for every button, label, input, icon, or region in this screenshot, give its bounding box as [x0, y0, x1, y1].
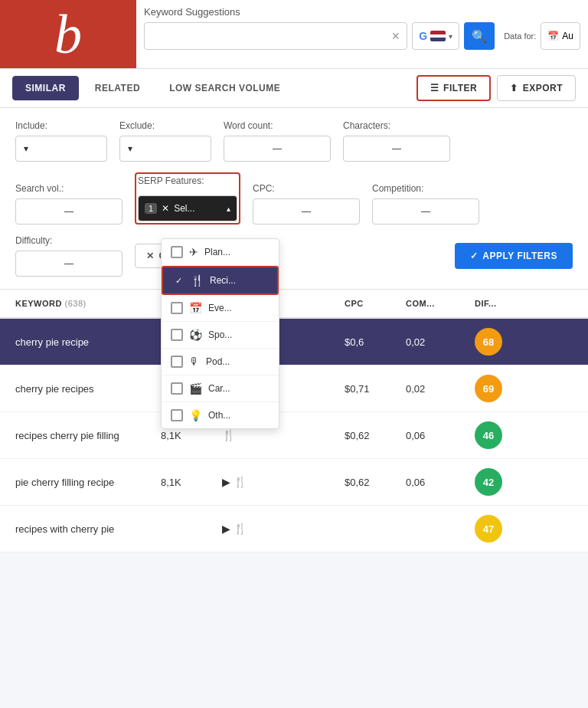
- table-row[interactable]: pie cherry filling recipe8,1K▶🍴$0,620,06…: [0, 459, 588, 506]
- difficulty-cell: 47: [467, 506, 521, 552]
- export-button[interactable]: ⬆ EXPORT: [497, 75, 576, 101]
- table-section: KEYWORD (638) P FEATURES CPC COM... DIF.…: [0, 290, 588, 552]
- chevron-down-icon: ▾: [449, 32, 452, 41]
- tab-similar[interactable]: SIMILAR: [12, 76, 79, 100]
- keyword-cell: cherry pie recipe: [0, 327, 153, 357]
- apply-filters-button[interactable]: ✓ APPLY FILTERS: [455, 243, 573, 269]
- search-vol-label: Search vol.:: [15, 183, 122, 194]
- serp-features-label: SERP Features:: [138, 175, 237, 186]
- difficulty-label: Difficulty:: [15, 235, 122, 246]
- characters-range[interactable]: —: [343, 136, 450, 162]
- keyword-cell: pie cherry filling recipe: [0, 467, 153, 497]
- difficulty-badge: 42: [475, 468, 502, 496]
- difficulty-cell: 42: [467, 459, 521, 505]
- competition-cell: 0,06: [398, 467, 467, 497]
- table-header: KEYWORD (638) P FEATURES CPC COM... DIF.…: [0, 290, 588, 319]
- table-row[interactable]: recipes cherry pie filling8,1K🍴$0,620,06…: [0, 412, 588, 459]
- dropdown-item[interactable]: 🍴Reci...: [162, 266, 279, 295]
- dropdown-item-label: Pod...: [206, 356, 230, 367]
- tabs-bar: SIMILAR RELATED LOW SEARCH VOLUME ☰ FILT…: [0, 69, 588, 108]
- serp-badge: 1: [145, 203, 157, 214]
- filter-row-1: Include: ▾ Exclude: ▾ Word count: — Char…: [15, 120, 573, 162]
- difficulty-range[interactable]: —: [15, 251, 122, 277]
- filter-icon: ☰: [430, 83, 439, 93]
- dropdown-item[interactable]: 🎬Car...: [162, 375, 279, 402]
- checkbox[interactable]: [171, 329, 183, 341]
- exclude-select[interactable]: ▾: [119, 136, 211, 162]
- checkbox[interactable]: [171, 302, 183, 314]
- dropdown-item-label: Spo...: [208, 329, 232, 340]
- exclude-label: Exclude:: [119, 120, 211, 131]
- difficulty-badge: 46: [475, 421, 502, 449]
- word-count-filter-group: Word count: —: [224, 120, 331, 162]
- filter-button[interactable]: ☰ FILTER: [416, 75, 492, 101]
- serp-feature-icon: 🍴: [191, 274, 204, 287]
- export-icon: ⬆: [510, 83, 518, 93]
- word-count-range[interactable]: —: [224, 136, 331, 162]
- checkbox[interactable]: [171, 382, 183, 395]
- dropdown-item[interactable]: 💡Oth...: [162, 402, 279, 428]
- difficulty-cell: 68: [467, 319, 521, 365]
- cpc-cell: $0,6: [337, 327, 398, 357]
- serp-feature-icon: ▶: [222, 523, 230, 535]
- dropdown-item[interactable]: ✈Plan...: [162, 239, 279, 266]
- serp-feature-icon: 🍴: [234, 476, 247, 488]
- serp-features-select[interactable]: 1 ✕ Sel... ▴: [138, 195, 237, 221]
- close-icon[interactable]: ✕: [391, 30, 400, 42]
- serp-feature-icon: 🎙: [189, 356, 200, 368]
- table-row[interactable]: cherry pie recipe🖼🍴$0,60,0268: [0, 319, 588, 365]
- google-flag-selector[interactable]: G ▾: [412, 22, 459, 50]
- competition-cell: 0,02: [398, 374, 467, 404]
- volume-cell: 8,1K: [153, 467, 214, 497]
- serp-feature-icon: ▶: [222, 476, 230, 488]
- keyword-cell: recipes cherry pie filling: [0, 421, 153, 451]
- exclude-filter-group: Exclude: ▾: [119, 120, 211, 162]
- col-cpc: CPC: [337, 290, 398, 317]
- apply-filters-label: APPLY FILTERS: [482, 251, 557, 261]
- dropdown-item[interactable]: ⚽Spo...: [162, 322, 279, 349]
- checkbox[interactable]: [171, 356, 183, 368]
- cpc-range[interactable]: —: [253, 198, 360, 225]
- tab-low-search-volume[interactable]: LOW SEARCH VOLUME: [156, 76, 293, 100]
- competition-filter-group: Competition: —: [372, 183, 479, 225]
- table-row[interactable]: recipes with cherry pie▶🍴47: [0, 506, 588, 552]
- checkbox[interactable]: [171, 246, 183, 258]
- serp-clear-icon[interactable]: ✕: [162, 203, 169, 214]
- competition-label: Competition:: [372, 183, 479, 194]
- dropdown-item-label: Eve...: [208, 303, 232, 313]
- dropdown-item-label: Reci...: [210, 275, 236, 286]
- calendar-icon: 📅: [547, 31, 559, 41]
- competition-range[interactable]: —: [372, 198, 479, 225]
- search-vol-range[interactable]: —: [15, 198, 122, 225]
- keyword-cell: cherry pie recipes: [0, 374, 153, 404]
- serp-feature-icon: 📅: [189, 302, 202, 314]
- table-row[interactable]: cherry pie recipes🖼🍴$0,710,0269: [0, 365, 588, 412]
- table-body: cherry pie recipe🖼🍴$0,60,0268cherry pie …: [0, 319, 588, 552]
- tab-related[interactable]: RELATED: [82, 76, 153, 100]
- filter-label: FILTER: [443, 83, 477, 93]
- search-input-wrapper[interactable]: ✕: [144, 22, 407, 50]
- difficulty-badge: 68: [475, 328, 502, 356]
- cpc-label: CPC:: [253, 183, 360, 194]
- calendar-button[interactable]: 📅 Au: [541, 22, 580, 50]
- dropdown-item[interactable]: 🎙Pod...: [162, 349, 279, 375]
- search-button[interactable]: 🔍: [464, 22, 495, 50]
- checkbox[interactable]: [171, 409, 183, 421]
- search-icon: 🔍: [472, 29, 487, 44]
- cpc-cell: $0,62: [337, 467, 398, 497]
- dropdown-item[interactable]: 📅Eve...: [162, 295, 279, 322]
- difficulty-filter-group: Difficulty: —: [15, 235, 122, 277]
- serp-selected-text: Sel...: [174, 203, 222, 214]
- cpc-cell: [337, 520, 398, 538]
- chevron-down-icon: ▾: [128, 143, 132, 154]
- checkbox[interactable]: [172, 274, 185, 287]
- serp-feature-icon: 🍴: [222, 429, 235, 441]
- col-difficulty: DIF...: [467, 290, 521, 317]
- dropdown-item-label: Plan...: [204, 247, 230, 257]
- col-keyword: KEYWORD (638): [0, 290, 153, 317]
- col-competition: COM...: [398, 290, 467, 317]
- include-select[interactable]: ▾: [15, 136, 107, 162]
- filter-row-3: Difficulty: — ✕ CLEAR ALL ✓ APPLY FILTER…: [15, 235, 573, 277]
- difficulty-cell: 69: [467, 365, 521, 411]
- serp-feature-icon: 🍴: [234, 523, 247, 535]
